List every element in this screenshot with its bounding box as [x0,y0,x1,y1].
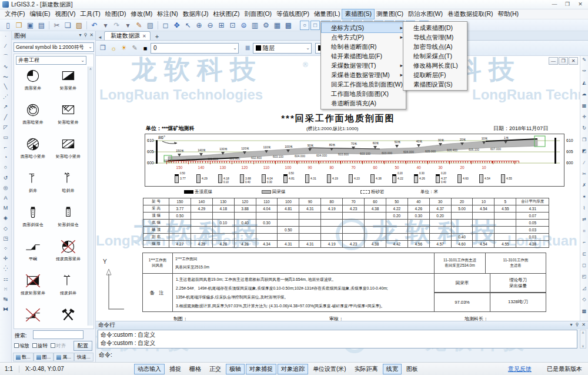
right-tool-icon-18[interactable]: ◻ [582,263,586,274]
menu-绘图(D)[interactable]: 绘图(D) [103,9,129,19]
panel-tab-图...[interactable]: 图... [34,353,54,361]
menu-item-导线点管理(M)[interactable]: 导线点管理(M) [404,32,466,42]
copy-icon[interactable]: ❏ [62,21,74,29]
symbol-library-select[interactable]: General symbol lib 1:2000符号 [14,42,94,52]
left-tool-icon-23[interactable]: ⁛ [4,266,8,276]
tab-close-icon[interactable]: ✕ [142,34,146,39]
menu-视图(V)[interactable]: 视图(V) [52,9,78,19]
brush-icon[interactable]: ✎ [133,21,145,29]
toggle-图板[interactable]: 图板 [403,364,422,374]
right-tool-icon-12[interactable]: ✶ [582,194,586,205]
right-tool-icon-9[interactable]: ∕ [584,160,584,171]
menu-item-绘制采煤点(T)[interactable]: 绘制采煤点(T) [404,51,466,61]
named-view-icon[interactable]: ▥ [249,21,260,29]
checkbox-label-缩放[interactable]: 缩放 [14,343,29,350]
right-tool-icon-6[interactable]: ↻ [582,125,586,137]
menu-标注(N)[interactable]: 标注(N) [155,9,181,19]
view-back-icon[interactable]: ⊜ [238,21,249,29]
symbol-矩形暗竖井[interactable]: 矩形暗竖井 [51,101,86,135]
right-tool-icon-1[interactable]: ✑ [582,68,586,79]
menu-防治水图(W)[interactable]: 防治水图(W) [406,9,445,19]
right-tool-icon-16[interactable]: ⌐ [583,240,586,251]
left-tool-icon-0[interactable]: · [5,33,6,43]
grid-view-icon[interactable]: ▩ [283,21,294,29]
paste-icon[interactable]: ▨ [74,21,85,29]
menu-item-采煤数据管理(T)[interactable]: 采煤数据管理(T) [322,61,405,70]
left-tool-icon-13[interactable]: ○ [4,164,7,174]
command-scrollbar[interactable]: ∧∨ [580,330,586,349]
menu-柱状图(Z)[interactable]: 柱状图(Z) [211,9,242,19]
pan-icon[interactable]: ✥ [171,21,182,29]
toggle-对象捕捉[interactable]: 对象捕捉 [246,364,276,374]
symbol-暗斜井[interactable]: 暗斜井 [51,169,86,203]
left-tool-icon-17[interactable]: M [4,205,8,215]
symbol-圆形暗竖井[interactable]: 圆形暗竖井 [15,101,51,135]
undo-icon[interactable]: ↶ [89,21,100,29]
zoom-window-icon[interactable]: ⊞ [216,21,227,29]
left-tool-icon-27[interactable]: ⧓ [3,306,8,316]
menu-工具(T)[interactable]: 工具(T) [78,9,102,19]
left-tool-icon-22[interactable]: ✛ [4,255,8,266]
menu-item-绘制巷道断面(R)[interactable]: 绘制巷道断面(R) [322,42,405,51]
right-tool-icon-22[interactable]: ▩ [582,308,587,320]
toggle-捕捉[interactable]: 捕捉 [166,364,185,374]
toggle-单位设置(米)[interactable]: 单位设置(米) [309,364,350,374]
panel-tab-数...[interactable]: 数... [13,353,34,361]
menu-修改(M)[interactable]: 修改(M) [128,9,155,19]
mdi-close-button[interactable]: ✕ [569,57,578,65]
left-tool-icon-9[interactable]: ◸ [4,124,8,134]
toggle-正交[interactable]: 正交 [206,364,225,374]
right-tool-icon-4[interactable]: ▦ [582,103,587,114]
symbol-报废圆形竖井[interactable]: 报废圆形竖井 [51,237,86,271]
right-tool-icon-7[interactable]: ❐ [582,137,586,148]
left-tool-icon-20[interactable]: ◳ [3,235,8,245]
zoom-out-icon[interactable]: ⊖ [205,21,216,29]
checkbox-旋转[interactable] [32,343,37,348]
layer-select[interactable]: 0 [151,43,239,54]
left-tool-icon-6[interactable]: ⋰ [3,94,8,104]
checkbox-label-旋转[interactable]: 旋转 [32,343,48,350]
left-tool-icon-11[interactable]: ⌐ [4,144,7,154]
right-tool-icon-20[interactable]: ◿ [582,286,586,297]
mdi-minimize-button[interactable]: — [549,57,558,65]
new-file-icon[interactable]: ▯ [2,21,14,29]
menu-巷道数据提取(R)[interactable]: 巷道数据提取(R) [445,9,496,19]
xref-icon[interactable]: ❒ [98,44,108,52]
linetype-select[interactable]: 随层 [253,43,312,54]
toggle-极轴[interactable]: 极轴 [226,364,245,374]
menu-数据库(J)[interactable]: 数据库(J) [181,9,211,19]
right-tool-icon-21[interactable]: ◇ [582,297,586,308]
symbol-报废斜井[interactable]: 报废斜井 [51,271,86,306]
left-tool-icon-2[interactable]: ⌒ [3,53,8,63]
menu-item-回采工作面地质剖面图(W)[interactable]: 回采工作面地质剖面图(W) [322,79,405,89]
command-prompt[interactable]: 命令: [99,351,112,359]
left-tool-icon-1[interactable]: ∕ [5,43,6,53]
right-tool-icon-0[interactable]: ✎ [582,57,586,68]
symbol-category-select[interactable]: 井巷工程 [16,56,86,65]
search-input[interactable] [33,330,83,339]
toggle-实际距离[interactable]: 实际距离 [351,364,382,374]
zoom-in-icon[interactable]: ⊕ [193,21,205,29]
right-tool-icon-13[interactable]: ⌇ [583,205,586,217]
panel-tab-快速...[interactable]: 快速... [74,353,93,361]
toggle-对象追踪[interactable]: 对象追踪 [278,364,308,374]
right-tool-icon-11[interactable]: ✗ [582,182,586,194]
undo-caret-icon[interactable]: ▾ [100,21,111,29]
symbol-斜井[interactable]: 斜井 [15,169,51,203]
symbol-报废矩形竖井[interactable]: 报废矩形竖井 [15,271,51,306]
toggle-栅格[interactable]: 栅格 [186,364,205,374]
command-pin-icon[interactable]: ⚲ [575,322,579,327]
menu-item-错开素描图地层(F)[interactable]: 错开素描图地层(F) [322,51,405,61]
add-tab-button[interactable]: + [155,33,159,40]
left-tool-icon-15[interactable]: ◎ [4,185,8,195]
redo-caret-icon[interactable]: ▾ [122,21,133,29]
left-tool-icon-4[interactable]: 〜 [3,74,8,84]
right-tool-icon-10[interactable]: ✂ [582,171,586,182]
menu-测量图(C)[interactable]: 测量图(C) [374,9,406,19]
menu-item-坐标方式(S)[interactable]: 坐标方式(S) [322,23,405,32]
menu-文件(F)[interactable]: 文件(F) [2,9,27,19]
right-tool-icon-14[interactable]: ⇄ [582,217,586,228]
lock-edit-icon[interactable]: ✎ [129,44,140,52]
symbol-hammers[interactable] [51,306,86,326]
save-icon[interactable]: ▣ [25,21,36,29]
